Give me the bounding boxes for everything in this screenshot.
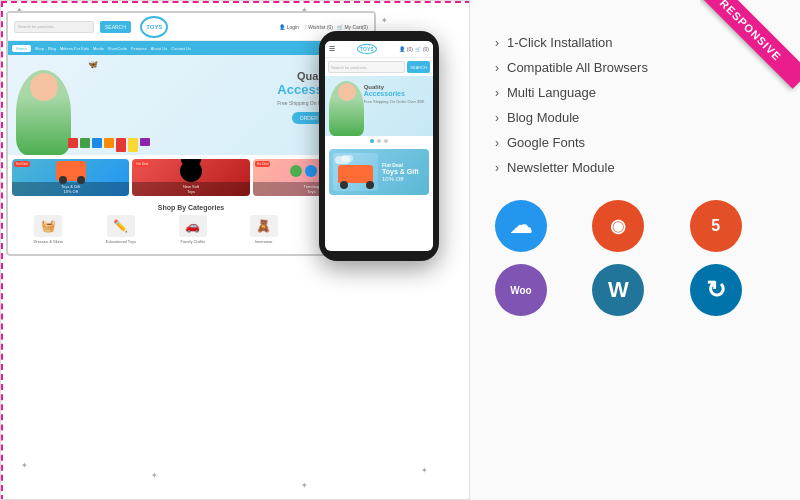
hero-baby-image — [16, 70, 71, 155]
desktop-account-icons: 👤 Login ♡ Wishlist (0) 🛒 My Cart(0) — [178, 24, 368, 30]
arrow-icon: › — [495, 136, 499, 150]
phone-deal-text: Flat Deal Toys & Gift 10% Off — [382, 162, 419, 182]
feature-item-fonts: › Google Fonts — [495, 135, 775, 150]
desktop-logo: TOYS — [137, 16, 172, 38]
phone-notch — [364, 35, 394, 41]
left-preview-panel: ✦ ✦ ✦ ✦ ✦ ✦ ✦ ✦ ✦ ✦ Search for products.… — [0, 0, 470, 500]
phone-carousel-dots — [325, 136, 433, 146]
phone-search-input[interactable]: Search for products... — [328, 61, 405, 73]
phone-action-icons: 👤 (0) 🛒 (0) — [399, 46, 429, 52]
shop-categories-grid: 🧺 Dresses & Skirts ✏️ Educational Toys 🚗… — [12, 215, 370, 244]
arrow-icon: › — [495, 161, 499, 175]
tech-icons-grid: ☁ ◉ 5 Woo W ↻ — [495, 200, 775, 316]
arrow-icon: › — [495, 61, 499, 75]
arrow-icon: › — [495, 86, 499, 100]
wordpress-icon[interactable]: W — [592, 264, 644, 316]
feature-item-blog: › Blog Module — [495, 110, 775, 125]
category-card-soft-toys[interactable]: Hot Deal New SoftToys — [132, 159, 249, 196]
codeigniter-icon[interactable]: ◉ — [592, 200, 644, 252]
feature-item-newsletter: › Newsletter Module — [495, 160, 775, 175]
responsive-ribbon-label: RESPONSIVE — [700, 0, 800, 89]
shop-cat-innerwear[interactable]: 🧸 Innerwear — [250, 215, 278, 244]
woocommerce-icon[interactable]: Woo — [495, 264, 547, 316]
phone-mockup: ☰ TOYS 👤 (0) 🛒 (0) Search for products..… — [319, 31, 439, 261]
shop-cat-educational[interactable]: ✏️ Educational Toys — [106, 215, 136, 244]
phone-header: ☰ TOYS 👤 (0) 🛒 (0) — [325, 41, 433, 58]
phone-search-bar: Search for products... SEARCH — [325, 58, 433, 76]
responsive-badge: RESPONSIVE — [700, 0, 800, 100]
phone-logo: TOYS — [357, 44, 377, 54]
arrow-icon: › — [495, 36, 499, 50]
phone-hero: Quality Accessories Free Shipping On Ord… — [325, 76, 433, 136]
shop-cat-dresses[interactable]: 🧺 Dresses & Skirts — [33, 215, 63, 244]
desktop-search-button[interactable]: SEARCH — [100, 21, 131, 33]
shop-cat-family[interactable]: 🚗 Family Outfits — [179, 215, 207, 244]
phone-deal-card[interactable]: Flat Deal Toys & Gift 10% Off — [329, 149, 429, 195]
phone-hero-text: Quality Accessories Free Shipping On Ord… — [364, 84, 425, 104]
docker-icon[interactable]: ☁ — [495, 200, 547, 252]
html5-icon[interactable]: 5 — [690, 200, 742, 252]
hero-toys — [68, 138, 150, 152]
mockup-desktop-header: Search for products... SEARCH TOYS 👤 Log… — [8, 13, 374, 41]
update-icon[interactable]: ↻ — [690, 264, 742, 316]
desktop-search-bar: Search for products... — [14, 21, 94, 33]
phone-deal-section: Flat Deal Toys & Gift 10% Off — [325, 146, 433, 198]
category-card-toys-gift[interactable]: Hot Deal Toys & Gift10% Off — [12, 159, 129, 196]
phone-deal-image — [333, 153, 378, 191]
phone-screen: ☰ TOYS 👤 (0) 🛒 (0) Search for products..… — [325, 41, 433, 251]
phone-baby-image — [329, 81, 364, 136]
phone-search-button[interactable]: SEARCH — [407, 61, 430, 73]
phone-menu-icon[interactable]: ☰ — [329, 45, 335, 53]
arrow-icon: › — [495, 111, 499, 125]
